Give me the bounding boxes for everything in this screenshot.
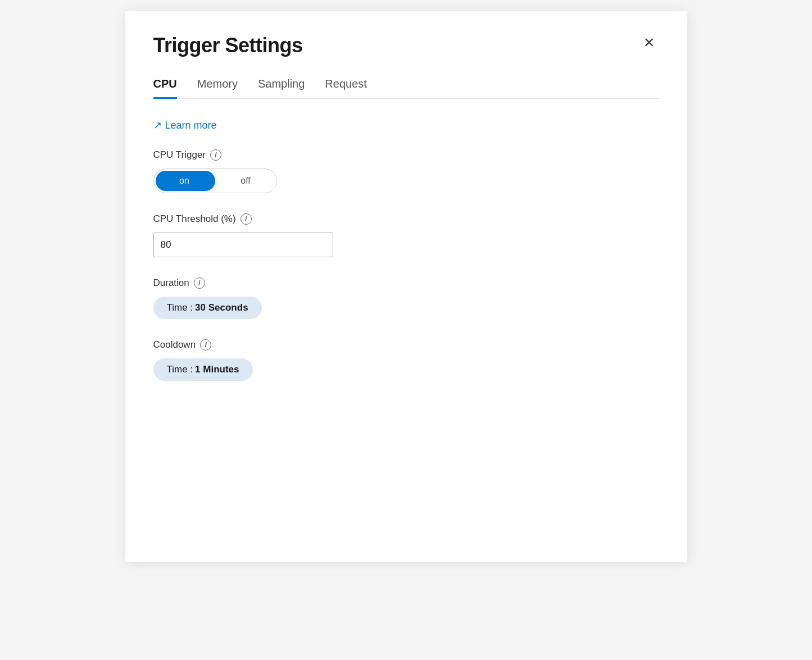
cooldown-section: Cooldown i Time : 1 Minutes <box>153 339 659 381</box>
external-link-icon: ↗ <box>153 119 162 131</box>
cpu-trigger-info-icon[interactable]: i <box>210 149 221 161</box>
cpu-trigger-section: CPU Trigger i on off <box>153 149 659 193</box>
close-button[interactable]: ✕ <box>639 34 659 52</box>
duration-time-value: 30 Seconds <box>195 302 248 313</box>
cpu-trigger-toggle[interactable]: on off <box>153 169 277 193</box>
cpu-threshold-input[interactable] <box>153 233 333 257</box>
duration-section: Duration i Time : 30 Seconds <box>153 277 659 319</box>
tabs-container: CPU Memory Sampling Request <box>153 78 659 99</box>
cpu-trigger-label: CPU Trigger <box>153 149 206 161</box>
duration-label: Duration <box>153 277 189 289</box>
cooldown-time-label: Time : <box>167 364 193 375</box>
tab-sampling[interactable]: Sampling <box>258 78 305 99</box>
cooldown-label-row: Cooldown i <box>153 339 659 351</box>
cooldown-info-icon[interactable]: i <box>200 339 211 351</box>
dialog-title: Trigger Settings <box>153 34 303 57</box>
cpu-threshold-label-row: CPU Threshold (%) i <box>153 213 659 225</box>
dialog-header: Trigger Settings ✕ <box>153 34 659 57</box>
cpu-threshold-section: CPU Threshold (%) i <box>153 213 659 257</box>
duration-info-icon[interactable]: i <box>194 277 205 289</box>
duration-time-label: Time : <box>167 302 193 313</box>
cooldown-time-pill[interactable]: Time : 1 Minutes <box>153 358 253 381</box>
cpu-threshold-label: CPU Threshold (%) <box>153 213 236 225</box>
tab-request[interactable]: Request <box>325 78 367 99</box>
toggle-off-option[interactable]: off <box>215 169 276 193</box>
duration-label-row: Duration i <box>153 277 659 289</box>
duration-time-pill[interactable]: Time : 30 Seconds <box>153 297 262 319</box>
learn-more-text: Learn more <box>165 120 217 131</box>
tab-memory[interactable]: Memory <box>197 78 238 99</box>
tab-cpu[interactable]: CPU <box>153 78 177 99</box>
toggle-on-option[interactable]: on <box>154 169 215 193</box>
cooldown-time-value: 1 Minutes <box>195 364 239 375</box>
learn-more-link[interactable]: ↗ Learn more <box>153 119 217 131</box>
cooldown-label: Cooldown <box>153 339 196 351</box>
cpu-threshold-info-icon[interactable]: i <box>241 213 252 225</box>
cpu-trigger-label-row: CPU Trigger i <box>153 149 659 161</box>
trigger-settings-dialog: Trigger Settings ✕ CPU Memory Sampling R… <box>125 11 687 562</box>
